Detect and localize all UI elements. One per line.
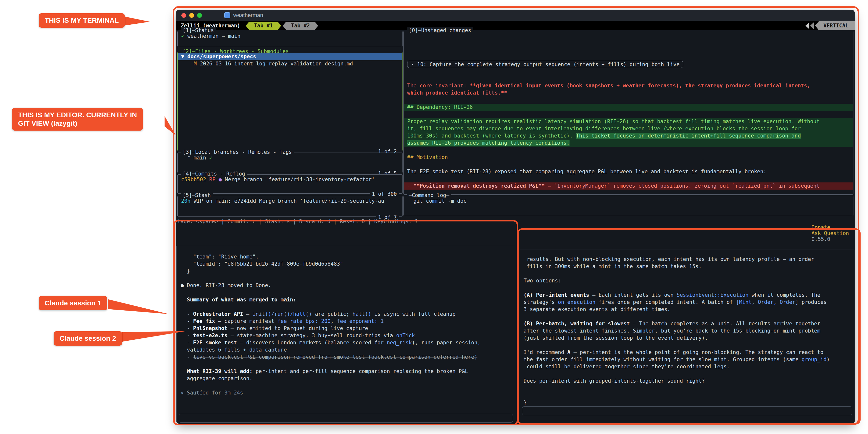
terminal-line: Two options: bbox=[524, 277, 851, 285]
tab-2[interactable]: Tab #2 bbox=[283, 22, 318, 30]
donate-link[interactable]: Donate bbox=[811, 224, 830, 230]
terminal-line: M 2026-03-16-intent-log-replay-validatio… bbox=[178, 60, 402, 67]
terminal-line: ● Done. RII-28 moved to Done. bbox=[181, 282, 511, 289]
terminal-line: - Fee fix — capture manifest fee_rate_bp… bbox=[181, 318, 511, 325]
diff-view[interactable]: · 10: Capture the complete strategy outp… bbox=[404, 31, 853, 194]
terminal-line: I'd recommend A — per-intent is the whol… bbox=[524, 349, 851, 356]
terminal-line: (just shifted from the session loop to t… bbox=[524, 335, 851, 342]
terminal-line bbox=[524, 342, 851, 349]
terminal-line: } bbox=[181, 268, 511, 275]
terminal-line bbox=[524, 270, 851, 277]
claude-session-1-pane[interactable]: "team": "Riive-home", "teamId": "e8f5bb2… bbox=[177, 246, 515, 424]
terminal-line bbox=[404, 54, 853, 61]
lazygit-status-panel[interactable]: [1]─Status ✓ weatherman → main bbox=[177, 31, 403, 47]
lazygit-version: 0.55.0 bbox=[811, 236, 830, 242]
terminal-line bbox=[524, 313, 851, 320]
claude-session-2-pane[interactable]: results. But with non-blocking execution… bbox=[520, 249, 855, 424]
terminal-line: after the slowest intent finishes. Simpl… bbox=[524, 327, 851, 335]
terminal-line bbox=[524, 385, 851, 392]
minimize-button[interactable] bbox=[189, 13, 194, 18]
claude-context-status-row: Model: Opus 4.6 (1M context) | Context: … bbox=[522, 417, 852, 424]
terminal-line: which produce identical fills.** bbox=[404, 89, 853, 97]
terminal-line bbox=[181, 382, 511, 389]
terminal-line bbox=[524, 392, 851, 399]
terminal-line: Does per-intent with grouped-intents-tog… bbox=[524, 377, 851, 385]
editor-arrow bbox=[164, 116, 176, 136]
terminal-line: - E2E smoke test — discovers London mark… bbox=[181, 339, 511, 346]
zellij-workspace: [1]─Status ✓ weatherman → main [2]─Files… bbox=[176, 30, 855, 424]
terminal-line: * main ✓ bbox=[181, 154, 399, 162]
terminal-line: (B) Per-batch, waiting for slowest — The… bbox=[524, 320, 851, 327]
terminal-line: could still be delivered together since … bbox=[524, 363, 851, 370]
files-panel-body[interactable]: ▼ docs/superpowers/specs M 2026-03-16-in… bbox=[178, 52, 402, 151]
terminal-line: strategy's on_execution fires once per c… bbox=[524, 299, 851, 306]
session1-arrow bbox=[108, 299, 168, 314]
zellij-bar-right: VERTICAL bbox=[804, 21, 855, 30]
terminal-line: validates 6 fills + data capture bbox=[181, 346, 511, 354]
lazygit-commits-panel[interactable]: [4]─Commits - Reflog c59bb502 RP ● Merge… bbox=[177, 174, 403, 194]
annotated-screenshot: weatherman Zellij (weatherman) Tab #1 Ta… bbox=[0, 0, 868, 434]
terminal-line: results. But with non-blocking execution… bbox=[524, 256, 851, 263]
claude-session-1-footer: Model: Opus 4.6 (1M context) | Context: … bbox=[179, 414, 513, 424]
terminal-line bbox=[181, 303, 511, 310]
terminal-line bbox=[524, 370, 851, 377]
terminal-line bbox=[404, 97, 853, 104]
keybindings-hints: tage: <space> | Commit: c | Stash: s | D… bbox=[177, 219, 418, 226]
terminal-line bbox=[404, 175, 853, 182]
terminal-line: - PnlSnapshot — now emitted to Parquet d… bbox=[181, 325, 511, 332]
terminal-line: What RII-39 will add: per-intent and per… bbox=[181, 368, 511, 375]
lazygit-unstaged-changes-panel[interactable]: [0]─Unstaged changes · 10: Capture the c… bbox=[403, 31, 854, 195]
lazygit-branches-panel[interactable]: [3]─Local branches - Remotes - Tags * ma… bbox=[177, 153, 403, 173]
terminal-line: aggregate comparison. bbox=[181, 375, 511, 382]
terminal-line: c59bb502 RP ● Merge branch 'feature/rii-… bbox=[181, 176, 399, 183]
tab-1[interactable]: Tab #1 bbox=[246, 22, 281, 30]
session1-annotation-label: Claude session 1 bbox=[39, 296, 107, 310]
terminal-line bbox=[404, 111, 853, 118]
terminal-line bbox=[404, 75, 853, 82]
terminal-line: ✳ Sautéed for 3m 24s bbox=[181, 389, 511, 397]
terminal-line: 100ms-30s) and backtest (where latency i… bbox=[404, 132, 853, 139]
lazygit-command-log-panel: ─Command log─ git commit -m doc bbox=[403, 196, 854, 216]
terminal-line bbox=[404, 46, 853, 54]
terminal-line: ✓ weatherman → main bbox=[181, 33, 399, 40]
terminal-line: } bbox=[524, 399, 851, 406]
lazygit-keybindings-bar: tage: <space> | Commit: c | Stash: s | D… bbox=[177, 219, 854, 226]
close-button[interactable] bbox=[181, 13, 186, 18]
terminal-line bbox=[524, 285, 851, 292]
window-title: weatherman bbox=[233, 12, 263, 19]
claude-prompt-input[interactable] bbox=[522, 406, 852, 415]
terminal-line: 20h WIP on main: e7241dd Merge branch 'f… bbox=[181, 198, 399, 205]
window-titlebar: weatherman bbox=[176, 10, 855, 21]
maximize-button[interactable] bbox=[197, 13, 202, 18]
terminal-line bbox=[404, 161, 853, 168]
terminal-line bbox=[181, 289, 511, 296]
terminal-line: - Orchestrator API — init()/run()/halt()… bbox=[181, 310, 511, 318]
status-panel-body: ✓ weatherman → main bbox=[178, 31, 402, 47]
lazygit-stash-panel[interactable]: [5]─Stash 20h WIP on main: e7241dd Merge… bbox=[177, 196, 403, 217]
command-log-body: git commit -m doc bbox=[404, 196, 853, 216]
stash-panel-body[interactable]: 20h WIP on main: e7241dd Merge branch 'f… bbox=[178, 196, 402, 216]
terminal-line bbox=[404, 68, 853, 75]
terminal-line: ## Dependency: RII-26 bbox=[404, 104, 853, 111]
terminal-line: fills in 300ms while a mint in the same … bbox=[524, 263, 851, 270]
terminal-line bbox=[181, 275, 511, 282]
branches-panel-body[interactable]: * main ✓ bbox=[178, 153, 402, 173]
ask-question-link[interactable]: Ask Question bbox=[811, 230, 849, 236]
terminal-line: "teamId": "e8f5bb21-bd26-42df-809e-fb9d0… bbox=[181, 261, 511, 268]
terminal-line: (A) Per-intent events — Each intent gets… bbox=[524, 292, 851, 299]
terminal-window: weatherman Zellij (weatherman) Tab #1 Ta… bbox=[176, 10, 855, 424]
layout-mode-indicator: VERTICAL bbox=[815, 21, 855, 30]
terminal-line: - test-e2e.ts — state-machine strategy, … bbox=[181, 332, 511, 339]
chevron-left-icon bbox=[805, 23, 809, 29]
terminal-line bbox=[181, 361, 511, 368]
commits-panel-body[interactable]: c59bb502 RP ● Merge branch 'feature/rii-… bbox=[178, 174, 402, 193]
claude-prompt-input[interactable] bbox=[179, 414, 513, 423]
terminal-line: The E2E smoke test (RII-28) exposed that… bbox=[404, 168, 853, 175]
terminal-line: the fast order fill immediately without … bbox=[524, 356, 851, 363]
terminal-line bbox=[404, 39, 853, 46]
terminal-line: it, fill sequences may diverge due to ev… bbox=[404, 125, 853, 132]
terminal-line: - **Position removal destroys realized P… bbox=[404, 182, 853, 190]
terminal-line: · 10: Capture the complete strategy outp… bbox=[407, 61, 683, 68]
lazygit-files-panel[interactable]: [2]─Files - Worktrees - Submodules ▼ doc… bbox=[177, 52, 403, 151]
claude-session-2-transcript: results. But with non-blocking execution… bbox=[520, 250, 854, 406]
